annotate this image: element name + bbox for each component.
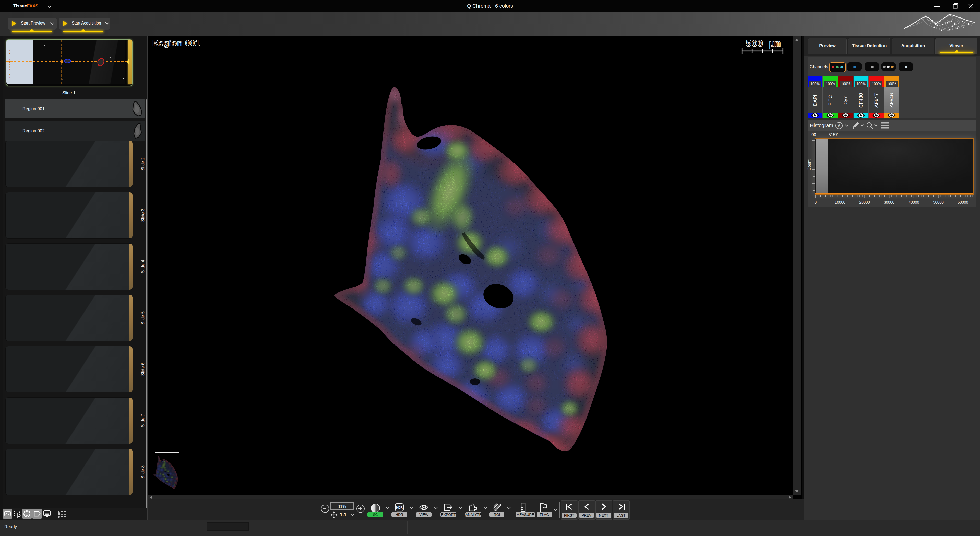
svg-text:HDR: HDR (396, 506, 402, 509)
svg-text:A: A (837, 124, 841, 128)
